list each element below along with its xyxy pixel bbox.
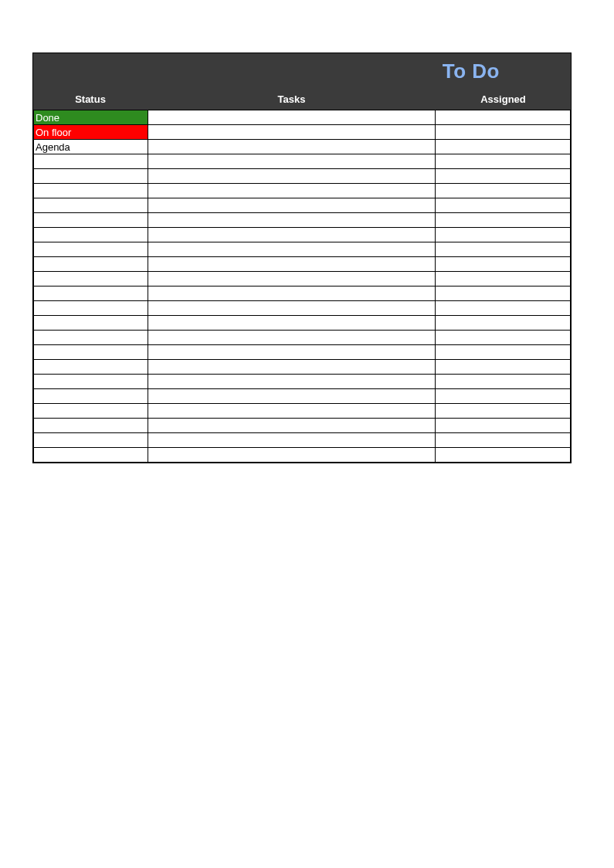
assigned-cell[interactable] — [436, 345, 571, 360]
assigned-cell[interactable] — [436, 448, 571, 463]
table-row: Agenda — [34, 140, 571, 154]
tasks-cell[interactable] — [148, 360, 435, 375]
status-cell[interactable] — [34, 316, 148, 331]
status-cell[interactable] — [34, 287, 148, 301]
table-row — [34, 345, 571, 360]
tasks-cell[interactable] — [148, 419, 435, 433]
status-cell[interactable] — [34, 257, 148, 272]
table-row: Done — [34, 110, 571, 125]
column-header-tasks[interactable]: Tasks — [148, 93, 436, 105]
table-row — [34, 404, 571, 419]
tasks-cell[interactable] — [148, 272, 435, 287]
status-cell[interactable] — [34, 360, 148, 375]
assigned-cell[interactable] — [436, 404, 571, 419]
assigned-cell[interactable] — [436, 389, 571, 404]
assigned-cell[interactable] — [436, 198, 571, 213]
assigned-cell[interactable] — [436, 433, 571, 448]
tasks-cell[interactable] — [148, 154, 435, 169]
table-row — [34, 375, 571, 389]
status-cell[interactable] — [34, 301, 148, 316]
table-row — [34, 184, 571, 198]
table-row — [34, 419, 571, 433]
tasks-cell[interactable] — [148, 345, 435, 360]
tasks-cell[interactable] — [148, 316, 435, 331]
tasks-cell[interactable] — [148, 169, 435, 184]
table-row: On floor — [34, 125, 571, 140]
assigned-cell[interactable] — [436, 125, 571, 140]
status-cell[interactable] — [34, 169, 148, 184]
page-title: To Do — [443, 59, 500, 83]
column-headers: Status Tasks Assigned — [33, 93, 571, 105]
assigned-cell[interactable] — [436, 287, 571, 301]
table-row — [34, 287, 571, 301]
status-cell[interactable] — [34, 198, 148, 213]
status-cell[interactable] — [34, 389, 148, 404]
status-cell[interactable] — [34, 154, 148, 169]
assigned-cell[interactable] — [436, 228, 571, 242]
status-cell[interactable] — [34, 331, 148, 345]
column-header-status[interactable]: Status — [33, 93, 148, 105]
assigned-cell[interactable] — [436, 419, 571, 433]
tasks-cell[interactable] — [148, 301, 435, 316]
table-row — [34, 154, 571, 169]
assigned-cell[interactable] — [436, 140, 571, 154]
assigned-cell[interactable] — [436, 213, 571, 228]
tasks-cell[interactable] — [148, 375, 435, 389]
status-cell[interactable] — [34, 433, 148, 448]
tasks-cell[interactable] — [148, 389, 435, 404]
status-cell[interactable] — [34, 375, 148, 389]
tasks-cell[interactable] — [148, 110, 435, 125]
table-row — [34, 360, 571, 375]
status-cell[interactable]: Done — [34, 110, 148, 125]
header-band: To Do Status Tasks Assigned — [33, 53, 571, 110]
status-cell[interactable] — [34, 272, 148, 287]
table-row — [34, 272, 571, 287]
status-cell[interactable] — [34, 228, 148, 242]
tasks-cell[interactable] — [148, 198, 435, 213]
tasks-cell[interactable] — [148, 125, 435, 140]
column-header-assigned[interactable]: Assigned — [436, 93, 571, 105]
assigned-cell[interactable] — [436, 110, 571, 125]
status-cell[interactable] — [34, 419, 148, 433]
tasks-cell[interactable] — [148, 257, 435, 272]
assigned-cell[interactable] — [436, 301, 571, 316]
tasks-cell[interactable] — [148, 404, 435, 419]
assigned-cell[interactable] — [436, 257, 571, 272]
assigned-cell[interactable] — [436, 169, 571, 184]
tasks-cell[interactable] — [148, 331, 435, 345]
todo-sheet: To Do Status Tasks Assigned DoneOn floor… — [32, 53, 572, 463]
assigned-cell[interactable] — [436, 184, 571, 198]
table-row — [34, 301, 571, 316]
table-row — [34, 331, 571, 345]
status-cell[interactable] — [34, 448, 148, 463]
tasks-cell[interactable] — [148, 228, 435, 242]
table-row — [34, 242, 571, 257]
assigned-cell[interactable] — [436, 242, 571, 257]
status-cell[interactable] — [34, 242, 148, 257]
tasks-cell[interactable] — [148, 433, 435, 448]
assigned-cell[interactable] — [436, 375, 571, 389]
table-row — [34, 257, 571, 272]
table-row — [34, 433, 571, 448]
tasks-cell[interactable] — [148, 448, 435, 463]
tasks-cell[interactable] — [148, 184, 435, 198]
table-row — [34, 228, 571, 242]
tasks-cell[interactable] — [148, 242, 435, 257]
status-cell[interactable] — [34, 184, 148, 198]
status-cell[interactable]: Agenda — [34, 140, 148, 154]
todo-grid: DoneOn floorAgenda — [33, 110, 571, 463]
status-cell[interactable] — [34, 345, 148, 360]
assigned-cell[interactable] — [436, 316, 571, 331]
status-cell[interactable] — [34, 213, 148, 228]
tasks-cell[interactable] — [148, 140, 435, 154]
status-cell[interactable]: On floor — [34, 125, 148, 140]
assigned-cell[interactable] — [436, 154, 571, 169]
assigned-cell[interactable] — [436, 272, 571, 287]
assigned-cell[interactable] — [436, 360, 571, 375]
status-cell[interactable] — [34, 404, 148, 419]
tasks-cell[interactable] — [148, 213, 435, 228]
table-row — [34, 213, 571, 228]
assigned-cell[interactable] — [436, 331, 571, 345]
table-row — [34, 169, 571, 184]
tasks-cell[interactable] — [148, 287, 435, 301]
